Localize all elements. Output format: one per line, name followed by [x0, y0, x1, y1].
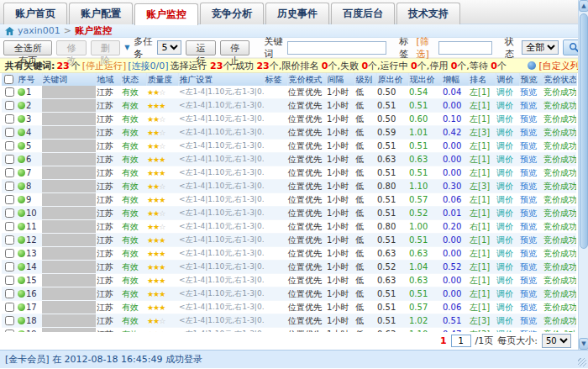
row-checkbox[interactable] [5, 262, 14, 271]
tab-6[interactable]: 技术支持 [396, 3, 460, 24]
col-header-keyword[interactable]: 关键词 [42, 73, 96, 86]
adjust-price-link[interactable]: 调价 [496, 168, 513, 177]
row-checkbox[interactable] [5, 128, 14, 137]
preview-link[interactable]: 预览 [520, 222, 537, 231]
keyword-input[interactable] [287, 41, 386, 55]
scrollbar-thumb[interactable] [580, 13, 588, 249]
preview-link[interactable]: 预览 [520, 141, 537, 150]
preview-link[interactable]: 预览 [520, 249, 537, 258]
col-header-adjust[interactable]: 调价 [496, 73, 519, 86]
row-checkbox[interactable] [5, 222, 14, 231]
preview-link[interactable]: 预览 [520, 182, 537, 191]
modify-button[interactable]: 修改 [56, 40, 86, 55]
preview-link[interactable]: 预览 [520, 276, 537, 285]
row-checkbox[interactable] [5, 235, 14, 245]
row-checkbox[interactable] [5, 329, 14, 332]
adjust-price-link[interactable]: 调价 [496, 87, 513, 97]
row-checkbox[interactable] [5, 316, 14, 325]
current-page-number[interactable]: 1 [440, 335, 447, 346]
row-checkbox[interactable] [5, 276, 14, 285]
row-checkbox[interactable] [5, 141, 14, 150]
adjust-price-link[interactable]: 调价 [496, 128, 513, 137]
preview-link[interactable]: 预览 [520, 114, 537, 124]
adjust-price-link[interactable]: 调价 [496, 289, 513, 298]
row-checkbox[interactable] [5, 249, 14, 258]
col-header-index[interactable]: 序号 [17, 73, 42, 86]
preview-link[interactable]: 预览 [520, 168, 537, 177]
page-size-select[interactable]: 50 [542, 334, 571, 348]
adjust-price-link[interactable]: 调价 [496, 101, 513, 110]
run-button[interactable]: 运行 [186, 40, 215, 55]
multitask-count-select[interactable]: 5 [157, 40, 181, 55]
adjust-price-link[interactable]: 调价 [496, 329, 513, 333]
col-header-quality[interactable]: 质量度 [146, 73, 178, 86]
col-header-tag[interactable]: 标签 [264, 73, 287, 86]
row-checkbox[interactable] [5, 289, 14, 298]
row-checkbox[interactable] [5, 303, 14, 312]
col-header-level[interactable]: 级别 [354, 73, 376, 86]
vertical-scrollbar[interactable]: ▲ ▼ [578, 0, 588, 350]
adjust-price-link[interactable]: 调价 [496, 141, 513, 150]
preview-link[interactable]: 预览 [520, 289, 537, 298]
col-header-mode[interactable]: 竞价模式 [287, 73, 326, 86]
adjust-price-link[interactable]: 调价 [496, 276, 513, 285]
select-all-checkbox[interactable] [4, 75, 13, 84]
tab-1[interactable]: 账户配置 [69, 3, 133, 24]
preview-link[interactable]: 预览 [520, 329, 537, 333]
stop-run-link[interactable]: [停止运行] [82, 60, 127, 72]
adjust-price-link[interactable]: 调价 [496, 262, 513, 271]
adjust-price-link[interactable]: 调价 [496, 208, 513, 218]
preview-link[interactable]: 预览 [520, 303, 537, 312]
col-header-bid-status[interactable]: 竞价状态 [543, 73, 576, 86]
row-checkbox[interactable] [5, 168, 14, 177]
row-checkbox[interactable] [5, 114, 14, 124]
row-checkbox[interactable] [5, 208, 14, 218]
select-all-pages-button[interactable]: 全选所有页 [3, 40, 52, 55]
col-header-setting[interactable]: 推广设置 [178, 73, 264, 86]
adjust-price-link[interactable]: 调价 [496, 235, 513, 245]
col-header-preview[interactable]: 预览 [519, 73, 543, 86]
adjust-price-link[interactable]: 调价 [496, 249, 513, 258]
tab-5[interactable]: 百度后台 [331, 3, 395, 24]
tab-2[interactable]: 账户监控 [134, 3, 198, 25]
adjust-price-link[interactable]: 调价 [496, 182, 513, 191]
scroll-up-icon[interactable]: ▲ [579, 0, 588, 12]
col-header-orig-bid[interactable]: 原出价 [376, 73, 408, 86]
col-header-cur-bid[interactable]: 现出价 [408, 73, 442, 86]
preview-link[interactable]: 预览 [520, 101, 537, 110]
preview-link[interactable]: 预览 [520, 235, 537, 245]
row-checkbox[interactable] [5, 155, 14, 164]
adjust-price-link[interactable]: 调价 [496, 316, 513, 325]
delete-button[interactable]: 删除 [91, 40, 120, 55]
breadcrumb-account[interactable]: yaxin001 [18, 25, 60, 36]
tag-input[interactable] [438, 41, 492, 55]
preview-link[interactable]: 预览 [520, 155, 537, 164]
col-header-status[interactable]: 状态 [121, 73, 146, 86]
status-select[interactable]: 全部 [522, 40, 559, 55]
resize-grip[interactable] [578, 358, 586, 366]
col-header-interval[interactable]: 间隔 [326, 73, 354, 86]
scroll-down-icon[interactable]: ▼ [579, 338, 588, 350]
tab-3[interactable]: 竞争分析 [200, 3, 264, 24]
row-checkbox[interactable] [5, 182, 14, 191]
adjust-price-link[interactable]: 调价 [496, 114, 513, 124]
col-header-rank[interactable]: 排名 [469, 73, 496, 86]
adjust-price-link[interactable]: 调价 [496, 222, 513, 231]
preview-link[interactable]: 预览 [520, 195, 537, 204]
preview-link[interactable]: 预览 [520, 128, 537, 137]
row-checkbox[interactable] [5, 101, 14, 110]
stop-button[interactable]: 停止 [220, 40, 249, 55]
page-input[interactable] [451, 335, 471, 347]
col-header-region[interactable]: 地域 [96, 73, 121, 86]
customize-columns-button[interactable]: [自定义列] [528, 60, 583, 72]
preview-link[interactable]: 预览 [520, 208, 537, 218]
col-header-delta[interactable]: 增幅 [442, 73, 469, 86]
adjust-price-link[interactable]: 调价 [496, 195, 513, 204]
tag-filter-link[interactable]: [筛选] [417, 35, 434, 61]
tab-4[interactable]: 历史事件 [265, 3, 329, 24]
adjust-price-link[interactable]: 调价 [496, 155, 513, 164]
connect-link[interactable]: [连接0/0] [128, 60, 168, 72]
preview-link[interactable]: 预览 [520, 87, 537, 97]
preview-link[interactable]: 预览 [520, 316, 537, 325]
row-checkbox[interactable] [5, 87, 14, 97]
